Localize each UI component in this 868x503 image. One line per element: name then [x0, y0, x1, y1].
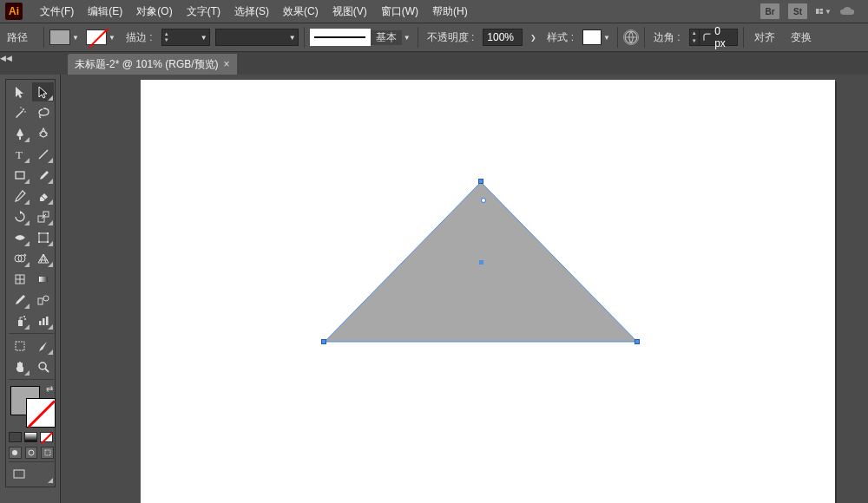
screen-mode-row[interactable] [9, 444, 54, 459]
scale-tool[interactable] [32, 207, 54, 226]
selection-type-label: 路径 [3, 30, 38, 45]
rotate-tool[interactable] [9, 207, 30, 226]
svg-rect-15 [39, 233, 48, 242]
svg-rect-2 [820, 11, 824, 14]
stock-badge[interactable]: St [788, 3, 807, 19]
zoom-tool[interactable] [32, 357, 54, 376]
column-graph-tool[interactable] [32, 311, 54, 330]
pen-tool[interactable] [9, 124, 30, 143]
selection-handle-top[interactable] [478, 179, 483, 184]
triangle-path[interactable] [325, 182, 639, 348]
work-area [61, 75, 868, 503]
corner-label: 边角 : [650, 30, 684, 45]
selection-tool[interactable] [9, 82, 30, 101]
brush-definition[interactable]: 基本 ▼ [310, 29, 412, 46]
menu-view[interactable]: 视图(V) [327, 2, 372, 22]
svg-rect-42 [45, 450, 50, 455]
menu-window[interactable]: 窗口(W) [376, 2, 424, 22]
draw-normal-icon [9, 447, 22, 459]
svg-point-5 [20, 107, 22, 108]
svg-point-6 [24, 111, 26, 113]
menu-effect[interactable]: 效果(C) [278, 2, 324, 22]
slice-tool[interactable] [32, 336, 54, 356]
hand-tool[interactable] [9, 357, 30, 376]
svg-rect-18 [38, 241, 40, 243]
bridge-badge[interactable]: Br [760, 3, 779, 19]
artboard[interactable] [141, 80, 835, 503]
magic-wand-tool[interactable] [9, 103, 30, 122]
paintbrush-tool[interactable] [32, 166, 54, 185]
width-tool[interactable] [9, 228, 30, 247]
artboard-tool[interactable] [9, 336, 30, 356]
center-point-icon[interactable] [479, 260, 483, 265]
svg-point-33 [24, 318, 26, 320]
draw-inside-icon [41, 447, 54, 459]
pencil-tool[interactable] [9, 186, 30, 206]
menu-object[interactable]: 对象(O) [131, 2, 177, 22]
svg-point-40 [12, 450, 17, 455]
corner-radius-input[interactable]: ▲▼ 0 px [689, 29, 738, 46]
svg-rect-37 [16, 342, 24, 350]
selection-handle-br[interactable] [635, 339, 640, 344]
gradient-tool[interactable] [32, 270, 54, 289]
eyedropper-tool[interactable] [9, 291, 30, 310]
vertical-scrollbar[interactable] [854, 75, 868, 489]
svg-rect-28 [39, 277, 48, 282]
sync-settings-icon[interactable] [840, 5, 856, 17]
type-tool[interactable]: T [9, 145, 30, 164]
direct-selection-tool[interactable] [32, 82, 54, 101]
svg-point-4 [23, 108, 24, 110]
fill-stroke-swatches[interactable]: ⇄ [9, 384, 54, 428]
draw-behind-icon [25, 447, 38, 459]
shape-builder-tool[interactable] [9, 249, 30, 268]
style-label: 样式 : [543, 30, 577, 45]
close-tab-icon[interactable]: × [224, 58, 230, 70]
free-transform-tool[interactable] [32, 228, 54, 247]
transform-panel-button[interactable]: 变换 [786, 28, 817, 48]
menu-type[interactable]: 文字(T) [181, 2, 226, 22]
stroke-weight-input[interactable]: ▲▼ ▼ [161, 29, 210, 46]
color-mode-row[interactable] [9, 429, 54, 442]
opacity-input[interactable]: 100% [483, 29, 523, 46]
stroke-swatch[interactable]: ▼ [86, 29, 117, 45]
perspective-grid-tool[interactable] [32, 249, 54, 268]
left-dock: T ⇄ [0, 75, 61, 503]
lasso-tool[interactable] [32, 103, 54, 122]
menu-edit[interactable]: 编辑(E) [82, 2, 128, 22]
menu-select[interactable]: 选择(S) [229, 2, 274, 22]
svg-rect-35 [43, 318, 45, 325]
menu-help[interactable]: 帮助(H) [427, 2, 473, 22]
anchor-point-icon[interactable] [481, 198, 486, 203]
symbol-sprayer-tool[interactable] [9, 311, 30, 330]
menu-file[interactable]: 文件(F) [35, 2, 79, 22]
variable-width-profile[interactable]: ▼ [215, 29, 299, 46]
svg-rect-29 [38, 298, 43, 304]
change-screen-mode[interactable] [9, 465, 54, 484]
svg-text:T: T [16, 148, 23, 161]
control-bar: 路径 ▼ ▼ 描边 : ▲▼ ▼ ▼ 基本 ▼ 不透明度 : 100% ❯ 样式… [0, 23, 868, 52]
svg-line-39 [45, 369, 49, 372]
opacity-dropdown[interactable]: ❯ [528, 29, 538, 45]
svg-rect-0 [816, 9, 819, 14]
fill-swatch[interactable]: ▼ [49, 29, 81, 45]
blend-tool[interactable] [32, 291, 54, 310]
recolor-artwork-icon[interactable] [623, 29, 639, 45]
arrange-documents-icon[interactable]: ▼ [816, 5, 832, 17]
svg-rect-1 [820, 9, 824, 11]
panel-collapse-icon[interactable]: ◀◀ [0, 52, 12, 64]
svg-point-41 [29, 450, 34, 455]
document-tab-bar: 未标题-2* @ 101% (RGB/预览) × [0, 52, 868, 75]
document-tab[interactable]: 未标题-2* @ 101% (RGB/预览) × [68, 54, 237, 75]
rectangle-tool[interactable] [9, 166, 30, 185]
graphic-style-swatch[interactable]: ▼ [582, 29, 612, 45]
eraser-tool[interactable] [32, 186, 54, 206]
swap-fill-stroke-icon[interactable]: ⇄ [46, 384, 53, 394]
mesh-tool[interactable] [9, 270, 30, 289]
selection-handle-bl[interactable] [321, 339, 326, 344]
document-tab-title: 未标题-2* @ 101% (RGB/预览) [75, 57, 219, 72]
svg-rect-16 [38, 232, 40, 234]
curvature-tool[interactable] [32, 124, 54, 143]
line-tool[interactable] [32, 145, 54, 164]
svg-rect-34 [39, 321, 42, 325]
align-panel-button[interactable]: 对齐 [749, 28, 780, 48]
